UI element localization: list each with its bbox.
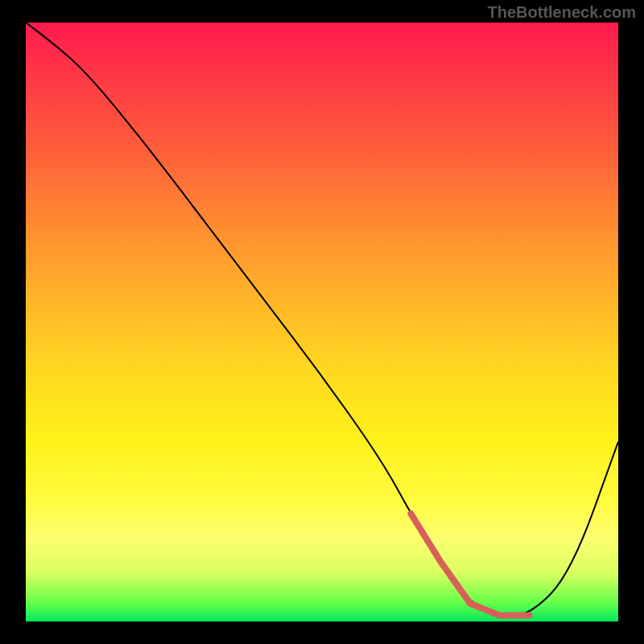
optimal-range-marker — [411, 514, 529, 615]
chart-svg — [26, 23, 618, 621]
bottleneck-curve-line — [26, 23, 618, 616]
chart-plot-area — [26, 23, 618, 621]
watermark-text: TheBottleneck.com — [488, 3, 636, 22]
